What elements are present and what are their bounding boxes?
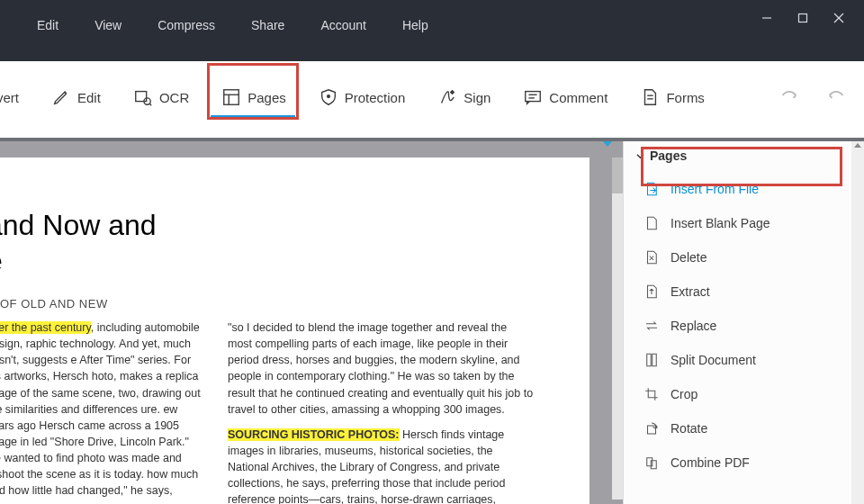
comment-button[interactable]: Comment xyxy=(518,84,613,111)
insert-from-file[interactable]: Insert From File xyxy=(624,172,864,206)
forms-icon xyxy=(640,87,660,107)
pencil-icon xyxy=(51,87,71,107)
doc-subtitle: OF OLD AND NEW xyxy=(0,297,590,310)
combine-icon xyxy=(644,454,660,471)
comment-icon xyxy=(523,87,543,107)
shield-icon xyxy=(319,87,338,107)
doc-title: and Now ande xyxy=(0,207,590,279)
minimize-icon[interactable] xyxy=(761,11,772,27)
document-page: and Now ande OF OLD AND NEW over the pas… xyxy=(0,158,590,504)
toolbar: vert Edit OCR Pages Protection Sign Comm… xyxy=(0,73,864,141)
ocr-button[interactable]: OCR xyxy=(128,84,194,111)
forms-button[interactable]: Forms xyxy=(634,84,710,111)
insert-blank-page[interactable]: Insert Blank Page xyxy=(624,206,864,240)
panel-scrollbar[interactable] xyxy=(851,141,864,504)
ocr-icon xyxy=(133,87,153,107)
titlebar: Edit View Compress Share Account Help xyxy=(0,0,864,61)
document-viewport[interactable]: and Now ande OF OLD AND NEW over the pas… xyxy=(0,141,623,504)
pages-panel: Pages Insert From File Insert Blank Page… xyxy=(623,141,864,504)
menu-edit[interactable]: Edit xyxy=(37,18,58,32)
close-icon[interactable] xyxy=(833,11,844,27)
svg-rect-11 xyxy=(526,92,541,102)
content-area: and Now ande OF OLD AND NEW over the pas… xyxy=(0,141,864,504)
blank-page-icon xyxy=(644,215,660,231)
delete-page[interactable]: Delete xyxy=(624,240,864,274)
pages-button[interactable]: Pages xyxy=(216,84,292,111)
svg-point-10 xyxy=(327,95,329,98)
insert-file-icon xyxy=(644,181,660,197)
svg-rect-7 xyxy=(224,90,239,105)
menu-compress[interactable]: Compress xyxy=(158,18,215,32)
delete-icon xyxy=(644,249,660,266)
dropdown-arrow-icon[interactable] xyxy=(603,141,612,147)
menu-account[interactable]: Account xyxy=(320,18,366,32)
split-document[interactable]: Split Document xyxy=(624,343,864,377)
doc-col1: over the past century, including automob… xyxy=(0,320,202,504)
extract-icon xyxy=(644,284,660,300)
rotate-page[interactable]: Rotate xyxy=(624,411,864,446)
menubar: Edit View Compress Share Account Help xyxy=(0,0,428,32)
edit-button[interactable]: Edit xyxy=(46,84,106,111)
panel-header[interactable]: Pages xyxy=(624,141,864,170)
crop-icon xyxy=(644,386,660,402)
svg-rect-1 xyxy=(799,14,807,22)
split-icon xyxy=(644,352,660,368)
doc-col2: "so I decided to blend the image togethe… xyxy=(228,320,534,504)
protection-button[interactable]: Protection xyxy=(313,84,411,111)
rotate-icon xyxy=(644,420,660,436)
menu-share[interactable]: Share xyxy=(251,18,284,32)
combine-pdf[interactable]: Combine PDF xyxy=(624,446,864,480)
menu-help[interactable]: Help xyxy=(402,18,428,32)
collapse-icon xyxy=(636,152,644,160)
menu-view[interactable]: View xyxy=(94,18,122,32)
maximize-icon[interactable] xyxy=(797,11,808,27)
undo-button[interactable] xyxy=(826,86,846,109)
window-controls xyxy=(761,0,864,27)
sign-icon xyxy=(437,87,457,107)
sign-button[interactable]: Sign xyxy=(432,84,496,111)
convert-button[interactable]: vert xyxy=(0,86,24,109)
crop-page[interactable]: Crop xyxy=(624,377,864,411)
svg-rect-18 xyxy=(648,426,656,434)
redo-button[interactable] xyxy=(779,86,799,109)
replace-page[interactable]: Replace xyxy=(624,309,864,343)
doc-scrollbar[interactable] xyxy=(612,158,623,500)
extract-page[interactable]: Extract xyxy=(624,274,864,309)
replace-icon xyxy=(644,318,660,334)
pages-icon xyxy=(221,87,241,107)
svg-line-6 xyxy=(149,104,151,105)
pages-active-underline xyxy=(211,115,295,118)
